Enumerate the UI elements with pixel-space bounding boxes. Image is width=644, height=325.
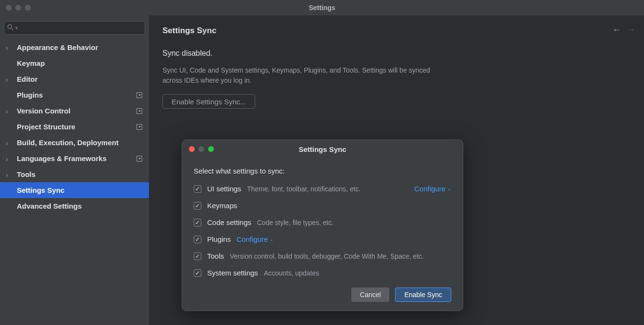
- chevron-right-icon: ›: [6, 106, 7, 116]
- window-minimize-dot[interactable]: [15, 5, 21, 11]
- sidebar-item-label: Tools: [17, 170, 36, 178]
- configure-link[interactable]: Configure⌄: [414, 185, 451, 193]
- dialog-heading: Select what settings to sync:: [194, 167, 451, 175]
- checkbox-system-settings[interactable]: [194, 269, 201, 277]
- option-label: System settings: [207, 269, 258, 277]
- settings-sidebar: ▾ ›Appearance & BehaviorKeymap›EditorPlu…: [0, 15, 149, 325]
- configure-label: Configure: [414, 185, 446, 193]
- chevron-right-icon: ›: [6, 170, 7, 179]
- checkbox-code-settings[interactable]: [194, 219, 201, 226]
- dialog-close-dot[interactable]: [189, 146, 195, 152]
- cancel-button[interactable]: Cancel: [351, 288, 390, 302]
- checkbox-ui-settings[interactable]: [194, 185, 201, 193]
- dialog-title: Settings Sync: [298, 145, 346, 153]
- sidebar-item-project-structure[interactable]: Project Structure: [0, 119, 149, 135]
- enable-sync-button[interactable]: Enable Sync: [395, 288, 451, 302]
- checkbox-keymaps[interactable]: [194, 202, 201, 210]
- option-label: Plugins: [207, 235, 231, 243]
- sync-option-row: Code settingsCode style, file types, etc…: [194, 218, 451, 226]
- option-hint: Version control, build tools, debugger, …: [230, 252, 424, 260]
- project-level-badge-icon: [136, 124, 142, 130]
- sidebar-item-label: Keymap: [17, 59, 45, 67]
- sidebar-item-label: Version Control: [17, 107, 71, 115]
- sidebar-item-label: Settings Sync: [17, 186, 64, 194]
- svg-line-1: [12, 28, 13, 30]
- window-close-dot[interactable]: [6, 5, 12, 11]
- nav-back-icon[interactable]: ←: [612, 25, 621, 35]
- sidebar-item-version-control[interactable]: ›Version Control: [0, 103, 149, 119]
- option-hint: Code style, file types, etc.: [257, 219, 334, 226]
- dialog-minimize-dot: [198, 146, 204, 152]
- sync-option-row: System settingsAccounts, updates: [194, 269, 451, 277]
- option-hint: Theme, font, toolbar, notifications, etc…: [247, 185, 361, 193]
- chevron-down-icon: ⌄: [270, 237, 273, 242]
- sidebar-item-editor[interactable]: ›Editor: [0, 71, 149, 87]
- configure-label: Configure: [236, 235, 268, 243]
- sidebar-item-plugins[interactable]: Plugins: [0, 87, 149, 103]
- sync-option-row: UI settingsTheme, font, toolbar, notific…: [194, 185, 451, 193]
- chevron-right-icon: ›: [6, 138, 7, 148]
- sidebar-item-keymap[interactable]: Keymap: [0, 55, 149, 71]
- configure-link[interactable]: Configure⌄: [236, 235, 273, 243]
- sidebar-item-label: Plugins: [17, 91, 43, 99]
- chevron-down-icon: ⌄: [447, 186, 451, 191]
- settings-search-input[interactable]: ▾: [4, 21, 145, 35]
- svg-point-0: [8, 25, 12, 28]
- sidebar-item-label: Advanced Settings: [17, 202, 82, 210]
- sync-option-row: ToolsVersion control, build tools, debug…: [194, 252, 451, 260]
- sidebar-item-languages-frameworks[interactable]: ›Languages & Frameworks: [0, 150, 149, 166]
- option-label: Keymaps: [207, 201, 237, 210]
- dialog-zoom-dot[interactable]: [208, 146, 214, 152]
- option-label: Code settings: [207, 218, 251, 226]
- settings-sync-dialog: Settings Sync Select what settings to sy…: [182, 139, 463, 311]
- checkbox-plugins[interactable]: [194, 236, 201, 243]
- sidebar-item-advanced-settings[interactable]: Advanced Settings: [0, 198, 149, 214]
- filter-dropdown-icon[interactable]: ▾: [15, 25, 18, 30]
- option-hint: Accounts, updates: [264, 269, 319, 277]
- sidebar-item-build-execution-deployment[interactable]: ›Build, Execution, Deployment: [0, 135, 149, 150]
- sync-status-text: Sync disabled.: [162, 49, 631, 58]
- window-zoom-dot[interactable]: [25, 5, 31, 11]
- checkbox-tools[interactable]: [194, 252, 201, 260]
- nav-forward-icon: →: [627, 25, 635, 35]
- option-label: UI settings: [207, 185, 241, 193]
- project-level-badge-icon: [136, 92, 142, 98]
- sidebar-item-appearance-behavior[interactable]: ›Appearance & Behavior: [0, 39, 149, 55]
- sidebar-item-label: Build, Execution, Deployment: [17, 138, 119, 147]
- chevron-right-icon: ›: [6, 75, 7, 84]
- sync-option-row: Keymaps: [194, 201, 451, 210]
- sync-description: Sync UI, Code and System settings, Keyma…: [162, 65, 432, 86]
- project-level-badge-icon: [136, 108, 142, 114]
- page-title: Settings Sync: [162, 26, 631, 36]
- sidebar-item-tools[interactable]: ›Tools: [0, 166, 149, 182]
- search-icon: [7, 24, 13, 32]
- project-level-badge-icon: [136, 156, 142, 162]
- window-titlebar: Settings: [0, 0, 644, 15]
- chevron-right-icon: ›: [6, 154, 7, 163]
- sync-option-row: PluginsConfigure⌄: [194, 235, 451, 243]
- sidebar-item-label: Languages & Frameworks: [17, 154, 107, 162]
- option-label: Tools: [207, 252, 224, 260]
- sidebar-item-settings-sync[interactable]: Settings Sync: [0, 182, 149, 198]
- window-title: Settings: [309, 4, 335, 12]
- enable-settings-sync-button[interactable]: Enable Settings Sync...: [162, 94, 255, 109]
- sidebar-item-label: Project Structure: [17, 123, 75, 131]
- sidebar-item-label: Appearance & Behavior: [17, 43, 98, 51]
- chevron-right-icon: ›: [6, 43, 7, 52]
- sidebar-item-label: Editor: [17, 75, 37, 83]
